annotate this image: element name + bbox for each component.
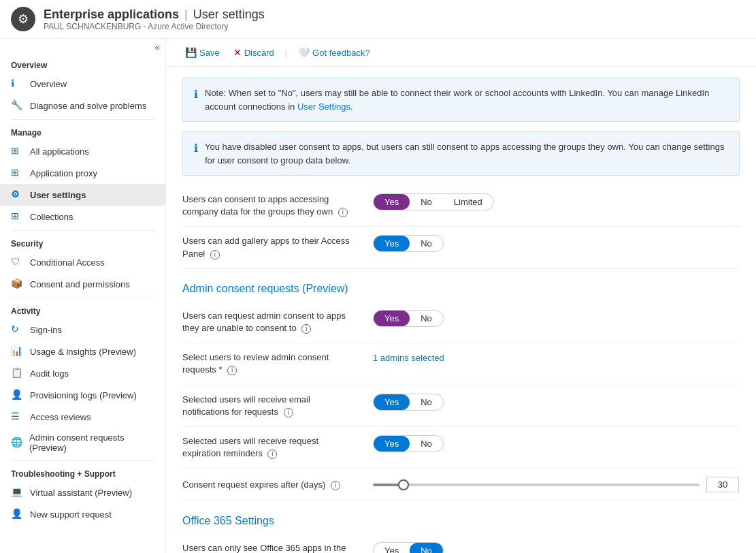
- proxy-icon: ⊞: [11, 167, 23, 179]
- divider-2: [11, 230, 154, 231]
- select-reviewers-info-icon[interactable]: i: [227, 366, 237, 375]
- expiration-yes[interactable]: Yes: [374, 436, 410, 452]
- office365-portal-yes[interactable]: Yes: [374, 543, 410, 553]
- sidebar-item-label-access-reviews: Access reviews: [30, 412, 91, 422]
- access-reviews-icon: ☰: [11, 411, 23, 423]
- gallery-apps-no[interactable]: No: [410, 236, 443, 251]
- sidebar-section-troubleshooting: Troubleshooting + Support 💻 Virtual assi…: [0, 464, 165, 525]
- sidebar-section-overview: Overview ℹ Overview 🔧 Diagnose and solve…: [0, 55, 165, 116]
- group-consent-info-icon[interactable]: i: [338, 208, 348, 217]
- sidebar-section-activity: Activity ↻ Sign-ins 📊 Usage & insights (…: [0, 301, 165, 458]
- collections-icon: ⊞: [11, 210, 23, 223]
- sidebar-section-label-activity: Activity: [0, 301, 165, 319]
- setting-label-request-admin: Users can request admin consent to apps …: [182, 310, 359, 334]
- consent-icon: 📦: [11, 278, 23, 290]
- sidebar-item-usage-insights[interactable]: 📊 Usage & insights (Preview): [0, 341, 165, 362]
- sidebar-item-conditional-access[interactable]: 🛡 Conditional Access: [0, 251, 165, 273]
- setting-label-office365-portal: Users can only see Office 365 apps in th…: [182, 542, 359, 553]
- save-label: Save: [199, 48, 220, 58]
- discard-button[interactable]: ✕ Discard: [228, 44, 280, 61]
- slider-info-icon[interactable]: i: [331, 481, 340, 490]
- admin-consent-icon: 🌐: [11, 437, 22, 449]
- group-consent-no[interactable]: No: [410, 194, 443, 210]
- all-apps-icon: ⊞: [11, 145, 23, 157]
- user-settings-icon: ⚙: [11, 189, 23, 201]
- sidebar-item-virtual-assistant[interactable]: 💻 Virtual assistant (Preview): [0, 481, 165, 503]
- group-consent-toggle: Yes No Limited: [373, 193, 494, 210]
- email-notif-no[interactable]: No: [410, 394, 443, 410]
- sidebar-item-all-applications[interactable]: ⊞ All applications: [0, 140, 165, 162]
- sidebar-item-label-admin-consent: Admin consent requests (Preview): [29, 432, 154, 453]
- divider-3: [11, 298, 154, 298]
- office365-portal-toggle: Yes No: [373, 542, 444, 553]
- sidebar-item-label-support: New support request: [30, 509, 112, 520]
- setting-row-email-notif: Selected users will receive email notifi…: [182, 385, 740, 427]
- toolbar-separator: |: [285, 48, 287, 58]
- admins-selected-link[interactable]: 1 admins selected: [373, 353, 444, 363]
- email-notif-info-icon[interactable]: i: [284, 408, 293, 417]
- sidebar-item-label-collections: Collections: [30, 212, 73, 222]
- infobox-linkedin-text: Note: When set to "No", users may still …: [205, 86, 728, 113]
- infobox-linkedin: ℹ Note: When set to "No", users may stil…: [182, 78, 740, 122]
- info-icon-2: ℹ: [194, 140, 198, 157]
- sidebar-item-overview[interactable]: ℹ Overview: [0, 73, 165, 95]
- sidebar-item-label-conditional-access: Conditional Access: [30, 257, 105, 268]
- infobox-consent-text: You have disabled user consent to apps, …: [205, 140, 728, 167]
- setting-row-slider: Consent request expires after (days) i 3…: [182, 469, 740, 501]
- sidebar-collapse-button[interactable]: «: [154, 42, 160, 52]
- expiration-info-icon[interactable]: i: [267, 449, 277, 459]
- user-settings-link[interactable]: User Settings: [297, 101, 350, 112]
- gallery-apps-toggle: Yes No: [373, 235, 444, 252]
- expiration-toggle: Yes No: [373, 435, 444, 452]
- request-admin-yes[interactable]: Yes: [374, 311, 410, 326]
- sidebar-item-collections[interactable]: ⊞ Collections: [0, 206, 165, 227]
- discard-label: Discard: [244, 48, 274, 58]
- discard-icon: ✕: [233, 47, 242, 58]
- email-notif-toggle: Yes No: [373, 394, 444, 411]
- usage-icon: 📊: [11, 345, 23, 358]
- content-area: 💾 Save ✕ Discard | 🤍 Got feedback? ℹ Not…: [166, 39, 756, 553]
- conditional-access-icon: 🛡: [11, 256, 23, 268]
- email-notif-yes[interactable]: Yes: [374, 394, 410, 410]
- expiration-no[interactable]: No: [410, 436, 443, 452]
- divider-1: [11, 119, 154, 120]
- sidebar-item-user-settings[interactable]: ⚙ User settings: [0, 184, 165, 206]
- setting-label-select-reviewers: Select users to review admin consent req…: [182, 351, 359, 376]
- group-consent-limited[interactable]: Limited: [443, 194, 493, 210]
- setting-label-email-notif: Selected users will receive email notifi…: [182, 394, 359, 418]
- sidebar-section-label-manage: Manage: [0, 123, 165, 140]
- sidebar-section-label-troubleshooting: Troubleshooting + Support: [0, 464, 165, 481]
- request-admin-no[interactable]: No: [410, 311, 443, 326]
- divider-4: [11, 460, 154, 461]
- gallery-apps-info-icon[interactable]: i: [210, 250, 220, 259]
- sidebar-item-label-overview: Overview: [30, 79, 67, 89]
- request-admin-info-icon[interactable]: i: [301, 324, 311, 334]
- info-icon-1: ℹ: [194, 86, 198, 103]
- office365-portal-no[interactable]: No: [410, 543, 443, 553]
- sidebar-item-access-reviews[interactable]: ☰ Access reviews: [0, 406, 165, 428]
- setting-row-select-reviewers: Select users to review admin consent req…: [182, 343, 740, 385]
- sidebar-item-label-proxy: Application proxy: [30, 168, 97, 178]
- sidebar-item-application-proxy[interactable]: ⊞ Application proxy: [0, 162, 165, 184]
- sidebar-section-security: Security 🛡 Conditional Access 📦 Consent …: [0, 234, 165, 295]
- sidebar-item-label-audit: Audit logs: [30, 368, 69, 379]
- consent-days-slider[interactable]: [373, 484, 700, 486]
- setting-label-group-consent: Users can consent to apps accessing comp…: [182, 193, 359, 218]
- sidebar-item-consent-permissions[interactable]: 📦 Consent and permissions: [0, 273, 165, 295]
- sidebar-section-manage: Manage ⊞ All applications ⊞ Application …: [0, 123, 165, 227]
- feedback-button[interactable]: 🤍 Got feedback?: [293, 44, 376, 61]
- sidebar-item-admin-consent-requests[interactable]: 🌐 Admin consent requests (Preview): [0, 428, 165, 458]
- sidebar-item-sign-ins[interactable]: ↻ Sign-ins: [0, 319, 165, 341]
- group-consent-yes[interactable]: Yes: [374, 194, 410, 210]
- setting-label-expiration: Selected users will receive request expi…: [182, 435, 359, 460]
- sidebar-section-label-overview: Overview: [0, 55, 165, 73]
- sidebar-item-label-sign-ins: Sign-ins: [30, 325, 62, 335]
- virtual-assistant-icon: 💻: [11, 486, 23, 499]
- save-button[interactable]: 💾 Save: [180, 44, 225, 61]
- sidebar-item-new-support-request[interactable]: 👤 New support request: [0, 503, 165, 525]
- main-layout: « Overview ℹ Overview 🔧 Diagnose and sol…: [0, 39, 756, 553]
- sidebar-item-audit-logs[interactable]: 📋 Audit logs: [0, 362, 165, 384]
- sidebar-item-diagnose[interactable]: 🔧 Diagnose and solve problems: [0, 95, 165, 116]
- sidebar-item-provisioning-logs[interactable]: 👤 Provisioning logs (Preview): [0, 384, 165, 406]
- gallery-apps-yes[interactable]: Yes: [374, 236, 410, 251]
